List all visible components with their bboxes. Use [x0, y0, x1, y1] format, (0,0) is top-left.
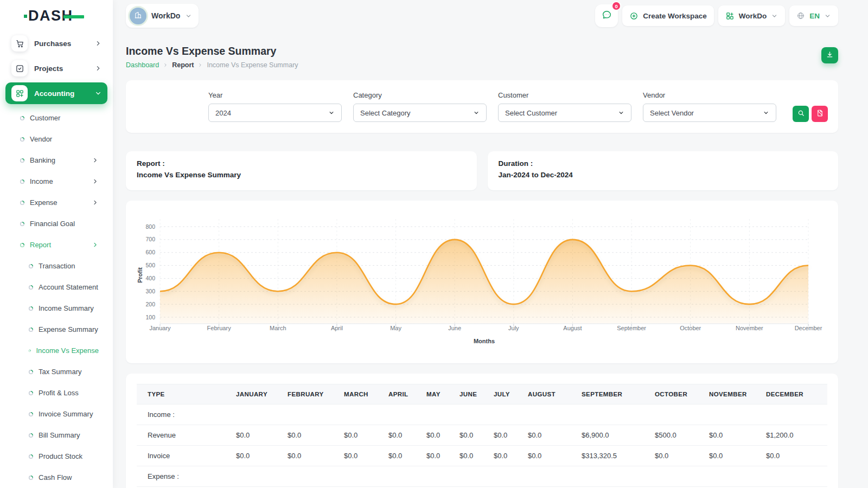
- bullet-icon: [28, 306, 34, 311]
- column-header-june: JUNE: [449, 384, 483, 404]
- table-cell: $0.0: [449, 425, 483, 446]
- sidebar-item-customer[interactable]: Customer: [0, 107, 113, 129]
- page-title: Income Vs Expense Summary: [126, 44, 298, 57]
- sidebar-item-tax-summary[interactable]: Tax Summary: [0, 361, 113, 382]
- breadcrumb-item-dashboard[interactable]: Dashboard: [126, 61, 159, 69]
- sidebar-item-expense-summary[interactable]: Expense Summary: [0, 319, 113, 340]
- download-button[interactable]: [821, 47, 838, 63]
- table-cell: $0.0: [416, 425, 449, 446]
- sidebar-item-profit-loss[interactable]: Profit & Loss: [0, 382, 113, 403]
- chart-xlabel: Months: [474, 338, 495, 344]
- sidebar-item-cash-flow[interactable]: Cash Flow: [0, 467, 113, 488]
- workspace-menu-button[interactable]: WorkDo: [718, 5, 786, 26]
- bullet-icon: [28, 433, 34, 438]
- bullet-icon: [20, 158, 25, 163]
- sidebar-item-financial-goal[interactable]: Financial Goal: [0, 213, 113, 234]
- year-label: Year: [208, 91, 342, 99]
- bullet-icon: [28, 285, 34, 290]
- reset-filter-button[interactable]: [812, 106, 828, 122]
- sidebar-item-invoice-summary[interactable]: Invoice Summary: [0, 403, 113, 425]
- year-select[interactable]: 2024: [208, 104, 342, 122]
- svg-text:January: January: [149, 325, 171, 331]
- sidebar-item-income[interactable]: Income: [0, 171, 113, 192]
- svg-text:200: 200: [145, 301, 155, 307]
- create-workspace-button[interactable]: Create Workspace: [622, 5, 714, 26]
- svg-text:700: 700: [145, 236, 155, 243]
- chevron-down-icon: [473, 110, 480, 116]
- sidebar-item-product-stock[interactable]: Product Stock: [0, 446, 113, 467]
- sidebar-item-income-vs-expense[interactable]: Income Vs Expense: [0, 340, 113, 361]
- bullet-icon: [20, 200, 25, 206]
- workspace-switcher[interactable]: WorkDo: [126, 4, 199, 28]
- apply-filter-button[interactable]: [793, 106, 809, 122]
- year-selected-value: 2024: [215, 109, 231, 117]
- chart-x-tick-labels: JanuaryFebruaryMarchAprilMayJuneJulyAugu…: [149, 325, 822, 331]
- svg-text:November: November: [736, 325, 763, 331]
- svg-text:300: 300: [145, 288, 155, 294]
- summary-cards: Report : Income Vs Expense Summary Durat…: [126, 151, 838, 190]
- customer-select[interactable]: Select Customer: [498, 104, 631, 122]
- messages-button[interactable]: 0: [595, 4, 618, 27]
- sidebar-item-expense[interactable]: Expense: [0, 192, 113, 213]
- chevron-right-icon: [94, 65, 102, 72]
- chevron-right-icon: [92, 199, 99, 206]
- table-cell: $313,320.5: [571, 446, 644, 466]
- sidebar-item-label: Invoice Summary: [39, 410, 93, 418]
- bullet-icon: [28, 327, 34, 332]
- sidebar-item-accounting[interactable]: Accounting: [5, 82, 107, 104]
- chevron-down-icon: [763, 110, 769, 116]
- column-header-april: APRIL: [378, 384, 416, 404]
- sidebar-item-label: Financial Goal: [30, 220, 75, 228]
- sidebar-item-bill-summary[interactable]: Bill Summary: [0, 425, 113, 446]
- bullet-icon: [20, 115, 25, 121]
- sidebar-item-income-summary[interactable]: Income Summary: [0, 298, 113, 319]
- filter-field-vendor: VendorSelect Vendor: [643, 91, 776, 122]
- category-select[interactable]: Select Category: [353, 104, 487, 122]
- section-label: Expense :: [137, 466, 225, 487]
- topbar-actions: 0 Create Workspace WorkDo EN: [595, 4, 838, 27]
- breadcrumb: DashboardReportIncome Vs Expense Summary: [126, 61, 298, 69]
- category-label: Category: [353, 91, 487, 99]
- chevron-down-icon: [824, 12, 831, 20]
- vendor-label: Vendor: [643, 91, 776, 99]
- vendor-select[interactable]: Select Vendor: [643, 104, 776, 122]
- grid-plus-icon: [725, 11, 735, 21]
- row-label: Invoice: [137, 446, 225, 466]
- filter-actions: [793, 106, 828, 122]
- column-header-type: TYPE: [137, 384, 225, 404]
- sidebar-item-label: Purchases: [34, 40, 88, 48]
- sidebar-item-transaction[interactable]: Transaction: [0, 255, 113, 277]
- sidebar-item-vendor[interactable]: Vendor: [0, 129, 113, 150]
- table-cell: $0.0: [698, 446, 755, 466]
- duration-card-value: Jan-2024 to Dec-2024: [499, 171, 828, 179]
- category-icon: [11, 85, 28, 101]
- column-header-september: SEPTEMBER: [571, 384, 644, 404]
- sidebar-item-report[interactable]: Report: [0, 234, 113, 255]
- report-card-title: Report :: [137, 159, 466, 168]
- download-icon: [826, 50, 834, 60]
- sidebar-item-label: Expense Summary: [39, 325, 98, 333]
- bullet-icon: [28, 348, 31, 354]
- sidebar-item-banking[interactable]: Banking: [0, 150, 113, 171]
- table-row-revenue: Revenue$0.0$0.0$0.0$0.0$0.0$0.0$0.0$0.0$…: [137, 425, 827, 446]
- sidebar-item-account-statement[interactable]: Account Statement: [0, 277, 113, 298]
- svg-text:September: September: [617, 325, 646, 331]
- language-label: EN: [809, 12, 820, 20]
- bullet-icon: [28, 412, 34, 417]
- chevron-right-icon: [163, 62, 168, 68]
- sidebar-nav: PurchasesProjectsAccountingCustomerVendo…: [0, 31, 113, 488]
- sidebar-item-label: Profit & Loss: [39, 389, 79, 397]
- sidebar-item-projects[interactable]: Projects: [5, 57, 107, 79]
- language-button[interactable]: EN: [789, 5, 838, 26]
- breadcrumb-item-income-vs-expense-summary: Income Vs Expense Summary: [207, 61, 298, 69]
- bullet-icon: [20, 179, 25, 184]
- chart-ylabel: Profit: [137, 267, 143, 283]
- table-cell: $0.0: [277, 446, 333, 466]
- app-logo[interactable]: DASH: [0, 0, 113, 31]
- sidebar-item-label: Expense: [30, 198, 58, 207]
- table-cell: $1,200.0: [755, 425, 827, 446]
- breadcrumb-item-report[interactable]: Report: [172, 61, 194, 69]
- sidebar-item-purchases[interactable]: Purchases: [5, 33, 107, 54]
- bullet-icon: [28, 475, 34, 480]
- search-icon: [797, 109, 805, 119]
